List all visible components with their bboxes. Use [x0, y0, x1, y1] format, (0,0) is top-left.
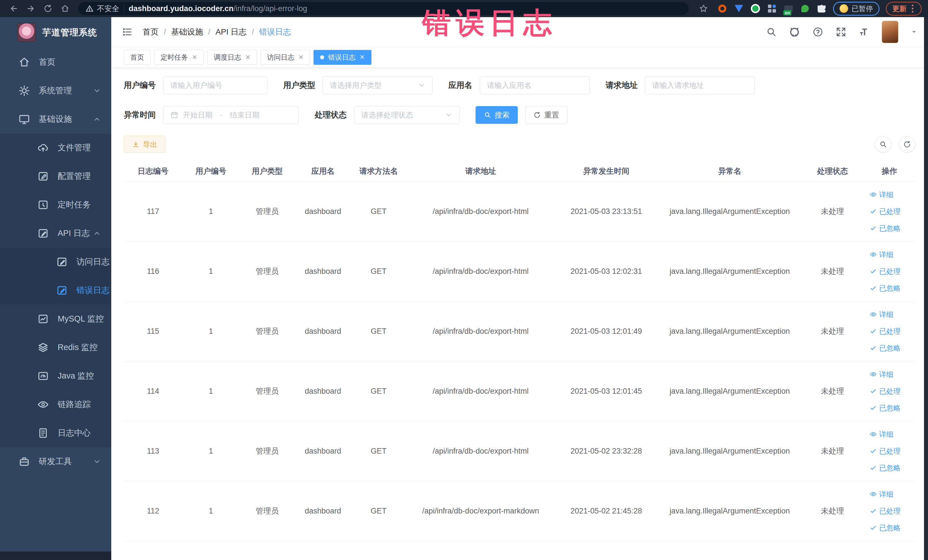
extension-shield-icon[interactable]	[734, 3, 744, 14]
sidebar-item-api-log[interactable]: API 日志	[0, 219, 111, 248]
sidebar-item-scheduled-job[interactable]: 定时任务	[0, 191, 111, 219]
user-id-label: 用户编号	[124, 80, 156, 91]
sidebar-item-log-center[interactable]: 日志中心	[0, 419, 111, 447]
eye-icon	[870, 371, 877, 378]
breadcrumb-api-log[interactable]: API 日志	[216, 26, 247, 37]
search-icon[interactable]	[766, 26, 777, 37]
close-icon[interactable]: ✕	[298, 54, 304, 61]
forward-icon[interactable]	[23, 2, 38, 15]
home-menu-icon	[18, 56, 30, 68]
extension-sprout-icon[interactable]	[800, 3, 810, 14]
close-icon[interactable]: ✕	[359, 54, 365, 61]
sidebar-item-error-log[interactable]: 错误日志	[0, 276, 111, 305]
tab-schedule-log[interactable]: 调度日志✕	[207, 50, 257, 65]
mark-processed-link[interactable]: 已处理	[870, 327, 901, 336]
mark-ignored-link[interactable]: 已忽略	[870, 343, 901, 353]
request-url-input[interactable]: 请输入请求地址	[645, 76, 755, 94]
browser-menu-icon[interactable]	[910, 5, 915, 12]
close-icon[interactable]: ✕	[245, 54, 250, 61]
detail-link[interactable]: 详细	[870, 310, 893, 319]
extension-green-circle-icon[interactable]	[750, 3, 760, 14]
table-row[interactable]: 112 1 管理员 dashboard GET /api/infra/db-do…	[124, 481, 916, 541]
sidebar-item-dev-tools[interactable]: 研发工具	[0, 447, 111, 476]
user-id-input[interactable]: 请输入用户编号	[163, 76, 267, 94]
close-icon[interactable]: ✕	[192, 54, 197, 61]
help-icon[interactable]	[812, 26, 824, 38]
sidebar-item-infra[interactable]: 基础设施	[0, 105, 111, 134]
sidebar-item-trace[interactable]: 链路追踪	[0, 390, 111, 419]
tab-scheduled-job[interactable]: 定时任务✕	[154, 50, 204, 65]
table-row[interactable]: 116 1 管理员 dashboard GET /api/infra/db-do…	[124, 241, 916, 301]
detail-link[interactable]: 详细	[870, 250, 893, 259]
tab-error-log[interactable]: 错误日志✕	[313, 50, 371, 65]
update-button[interactable]: 更新	[886, 2, 922, 16]
detail-link[interactable]: 详细	[870, 190, 893, 200]
sidebar-item-system[interactable]: 系统管理	[0, 76, 111, 105]
breadcrumb-infra[interactable]: 基础设施	[171, 26, 203, 37]
extension-on-switch-icon[interactable]: on	[783, 3, 794, 14]
table-row[interactable]: 117 1 管理员 dashboard GET /api/infra/db-do…	[124, 182, 916, 241]
mark-processed-link[interactable]: 已处理	[870, 507, 901, 516]
reload-icon[interactable]	[41, 2, 55, 15]
extension-orange-icon[interactable]	[717, 3, 728, 14]
mark-ignored-link[interactable]: 已忽略	[870, 523, 901, 533]
font-size-icon[interactable]	[858, 26, 870, 38]
github-icon[interactable]	[789, 26, 800, 38]
reset-button[interactable]: 重置	[525, 106, 568, 124]
sidebar-item-java-monitor[interactable]: Java 监控	[0, 362, 111, 390]
sidebar-item-access-log[interactable]: 访问日志	[0, 248, 111, 276]
home-icon[interactable]	[58, 2, 72, 15]
sidebar-item-mysql-monitor[interactable]: MySQL 监控	[0, 305, 111, 333]
exception-time-label: 异常时间	[124, 110, 156, 121]
back-icon[interactable]	[6, 2, 21, 15]
mark-ignored-link[interactable]: 已忽略	[870, 224, 901, 233]
mark-ignored-link[interactable]: 已忽略	[870, 284, 901, 293]
search-button[interactable]: 搜索	[476, 106, 518, 124]
mark-ignored-link[interactable]: 已忽略	[870, 463, 901, 473]
app-name-input[interactable]: 请输入应用名	[480, 76, 590, 94]
cell-exception-time: 2021-05-03 12:01:49	[555, 301, 658, 361]
table-row[interactable]: 113 1 管理员 dashboard GET /api/infra/db-do…	[124, 421, 916, 481]
sidebar-item-home[interactable]: 首页	[0, 48, 111, 76]
detail-link[interactable]: 详细	[870, 430, 893, 439]
date-range-picker[interactable]: 开始日期 - 结束日期	[163, 106, 299, 124]
address-bar[interactable]: 不安全 dashboard.yudao.iocoder.cn/infra/log…	[78, 2, 688, 15]
user-avatar[interactable]	[882, 21, 898, 43]
mark-processed-link[interactable]: 已处理	[870, 447, 901, 456]
tab-home[interactable]: 首页	[124, 50, 151, 65]
tab-access-log[interactable]: 访问日志✕	[261, 50, 310, 65]
table-row[interactable]: 115 1 管理员 dashboard GET /api/infra/db-do…	[124, 301, 916, 361]
sidebar-collapse-bar[interactable]	[0, 551, 111, 560]
menu-fold-icon[interactable]	[122, 26, 133, 38]
mark-processed-link[interactable]: 已处理	[870, 207, 901, 216]
extension-grid-icon[interactable]	[767, 3, 777, 14]
mark-processed-link[interactable]: 已处理	[870, 386, 901, 396]
fullscreen-icon[interactable]	[836, 26, 846, 37]
export-button[interactable]: 导出	[124, 136, 165, 153]
avatar-caret-icon[interactable]	[910, 28, 918, 36]
toggle-search-button[interactable]	[875, 136, 891, 153]
refresh-table-button[interactable]	[899, 136, 916, 153]
bookmark-star-icon[interactable]	[696, 2, 711, 15]
sidebar-item-config-manage[interactable]: 配置管理	[0, 162, 111, 191]
window-edge-scrollbar[interactable]	[924, 17, 928, 560]
browser-extensions-area: on 已暂停 更新	[694, 2, 922, 16]
check-icon	[870, 268, 877, 275]
mark-processed-link[interactable]: 已处理	[870, 267, 901, 276]
detail-link[interactable]: 详细	[870, 490, 893, 499]
detail-link[interactable]: 详细	[870, 370, 893, 379]
paused-profile-badge[interactable]: 已暂停	[833, 2, 879, 16]
table-row[interactable]: 114 1 管理员 dashboard GET /api/infra/db-do…	[124, 361, 916, 421]
sidebar-item-redis-monitor[interactable]: Redis 监控	[0, 333, 111, 362]
security-chip[interactable]: 不安全	[85, 4, 119, 14]
process-status-select[interactable]: 请选择处理状态	[354, 106, 459, 124]
mark-ignored-link[interactable]: 已忽略	[870, 403, 901, 413]
sidebar-item-file-manage[interactable]: 文件管理	[0, 134, 111, 162]
app-logo-row[interactable]: 芋道管理系统	[0, 17, 111, 48]
user-type-select[interactable]: 请选择用户类型	[323, 76, 432, 94]
cell-user-type: 管理员	[240, 182, 295, 241]
table-header-row: 日志编号用户编号用户类型应用名请求方法名请求地址异常发生时间异常名处理状态操作	[124, 161, 916, 182]
active-dot-icon	[320, 55, 324, 60]
breadcrumb-home[interactable]: 首页	[143, 26, 159, 37]
extension-puzzle-icon[interactable]	[817, 3, 827, 14]
